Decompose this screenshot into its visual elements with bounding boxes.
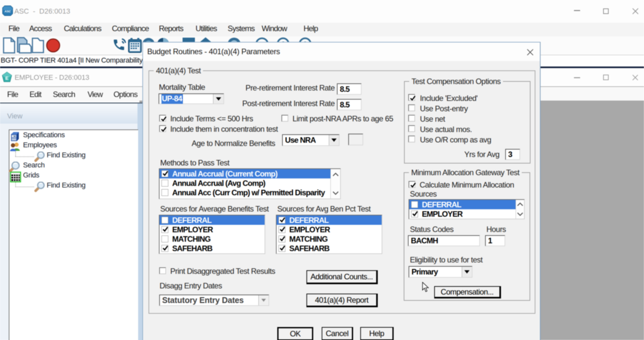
svg-text:ASC: ASC [4, 10, 11, 13]
svg-text:E: E [5, 75, 8, 81]
